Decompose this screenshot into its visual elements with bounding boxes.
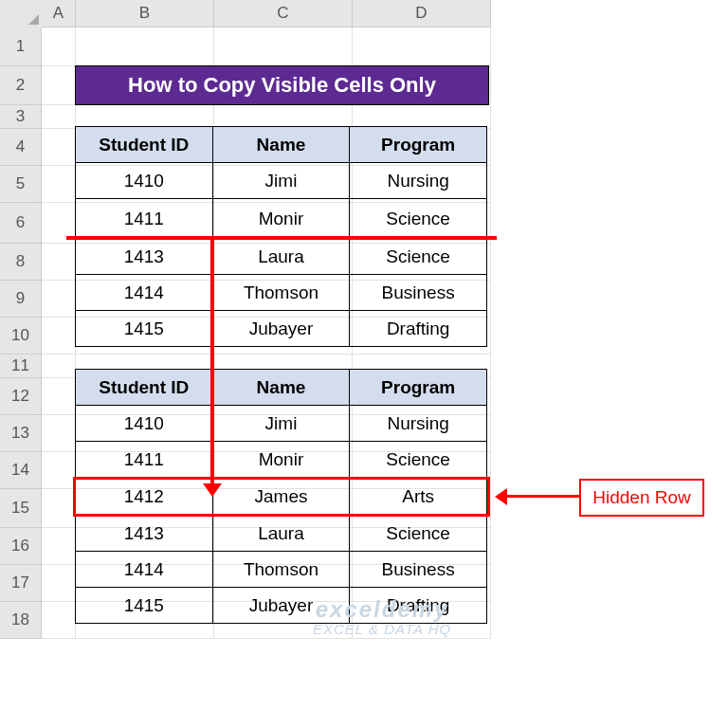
- table-row[interactable]: 1415 Jubayer Drafting: [76, 311, 487, 347]
- select-all-corner[interactable]: [0, 0, 43, 28]
- cell[interactable]: 1415: [76, 311, 213, 347]
- row-header[interactable]: 13: [0, 415, 42, 452]
- cell[interactable]: 1413: [76, 516, 213, 552]
- cell[interactable]: 1410: [76, 163, 213, 199]
- cell[interactable]: Monir: [212, 442, 350, 478]
- row-header[interactable]: 9: [0, 281, 42, 318]
- cell[interactable]: Monir: [212, 199, 350, 239]
- arrow-left-icon: [495, 488, 507, 505]
- table-row[interactable]: 1410 Jimi Nursing: [76, 406, 487, 442]
- th[interactable]: Name: [212, 370, 350, 406]
- cell[interactable]: Science: [350, 442, 487, 478]
- row-header[interactable]: 17: [0, 565, 42, 602]
- row-headers: 1 2 3 4 5 6 8 9 10 11 12 13 14 15 16 17 …: [0, 27, 42, 639]
- col-header-d[interactable]: D: [353, 0, 491, 27]
- cell[interactable]: 1415: [76, 588, 213, 624]
- cell[interactable]: Laura: [212, 516, 350, 552]
- cell[interactable]: Jimi: [212, 163, 350, 199]
- cell[interactable]: Science: [350, 516, 487, 552]
- cell[interactable]: Business: [350, 275, 487, 311]
- cell[interactable]: 1410: [76, 406, 213, 442]
- th[interactable]: Name: [212, 127, 350, 163]
- row-header[interactable]: 6: [0, 203, 42, 244]
- cell[interactable]: Nursing: [350, 163, 487, 199]
- cell[interactable]: 1413: [76, 239, 213, 275]
- cell[interactable]: Science: [350, 199, 487, 239]
- watermark: exceldemy EXCEL & DATA HQ: [313, 597, 451, 638]
- cell[interactable]: Science: [350, 239, 487, 275]
- th[interactable]: Program: [350, 370, 487, 406]
- table-row[interactable]: 1414 Thomson Business: [76, 275, 487, 311]
- col-header-c[interactable]: C: [214, 0, 353, 27]
- annotation-label-hidden-row: Hidden Row: [579, 479, 704, 517]
- cell[interactable]: Jimi: [212, 406, 350, 442]
- page-title: How to Copy Visible Cells Only: [75, 65, 489, 105]
- watermark-top: exceldemy: [316, 596, 449, 622]
- cell[interactable]: Business: [350, 552, 487, 588]
- row-header[interactable]: 14: [0, 452, 42, 489]
- row-header[interactable]: 4: [0, 129, 42, 166]
- table-row[interactable]: 1411 Monir Science: [76, 442, 487, 478]
- cell[interactable]: 1411: [76, 199, 213, 239]
- col-header-b[interactable]: B: [76, 0, 214, 27]
- cell[interactable]: 1414: [76, 552, 213, 588]
- annotation-highlight-row: [73, 477, 490, 517]
- row-header[interactable]: 10: [0, 318, 42, 355]
- row-header[interactable]: 5: [0, 166, 42, 203]
- row-header[interactable]: 18: [0, 602, 42, 639]
- th[interactable]: Program: [350, 127, 487, 163]
- cell[interactable]: 1414: [76, 275, 213, 311]
- cell[interactable]: Thomson: [212, 552, 350, 588]
- table-row[interactable]: 1414 Thomson Business: [76, 552, 487, 588]
- cell[interactable]: 1411: [76, 442, 213, 478]
- watermark-bottom: EXCEL & DATA HQ: [313, 621, 451, 637]
- row-header[interactable]: 8: [0, 244, 42, 281]
- cell[interactable]: Thomson: [212, 275, 350, 311]
- table-row[interactable]: 1413 Laura Science: [76, 239, 487, 275]
- annotation-arrow-line: [210, 240, 214, 486]
- table-row[interactable]: 1411 Monir Science: [76, 199, 487, 239]
- row-header[interactable]: 11: [0, 355, 42, 378]
- row-header[interactable]: 15: [0, 489, 42, 528]
- annotation-hidden-divider: [66, 236, 497, 240]
- row-header[interactable]: 16: [0, 528, 42, 565]
- cell[interactable]: Drafting: [350, 311, 487, 347]
- cell[interactable]: Jubayer: [212, 311, 350, 347]
- table-row[interactable]: 1413 Laura Science: [76, 516, 487, 552]
- cell[interactable]: Nursing: [350, 406, 487, 442]
- row-header[interactable]: 12: [0, 378, 42, 415]
- annotation-arrow-line-h: [505, 495, 579, 498]
- th[interactable]: Student ID: [76, 127, 213, 163]
- cell[interactable]: Laura: [212, 239, 350, 275]
- row-header[interactable]: 2: [0, 66, 42, 105]
- col-header-a[interactable]: A: [42, 0, 76, 27]
- th[interactable]: Student ID: [76, 370, 213, 406]
- column-headers: A B C D: [42, 0, 491, 27]
- row-header[interactable]: 1: [0, 27, 42, 66]
- row-header[interactable]: 3: [0, 105, 42, 129]
- table-row[interactable]: 1410 Jimi Nursing: [76, 163, 487, 199]
